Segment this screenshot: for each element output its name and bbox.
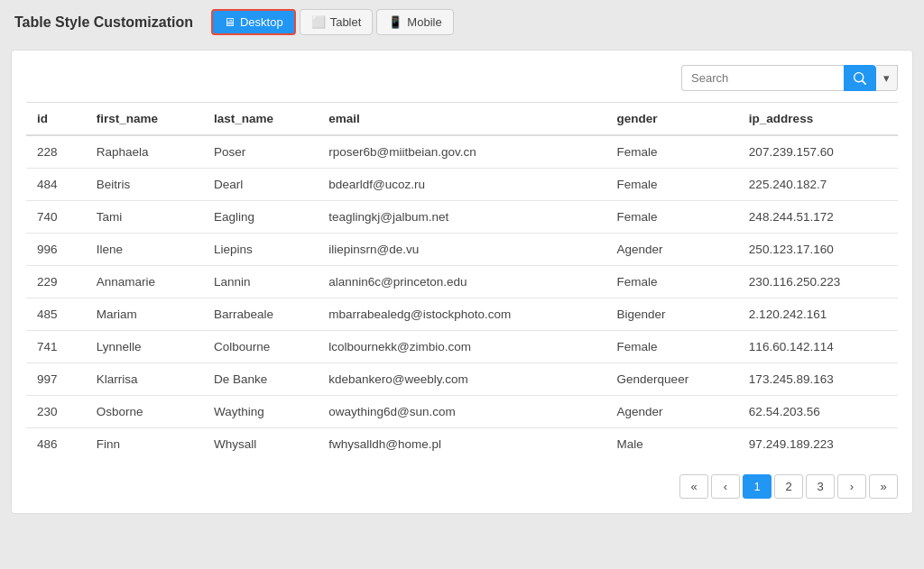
cell-ip_address: 97.249.189.223 — [738, 428, 898, 461]
cell-last_name: Whysall — [203, 428, 318, 461]
cell-id: 741 — [26, 331, 86, 363]
cell-id: 740 — [26, 201, 86, 234]
table-row: 740TamiEaglingteaglingkj@jalbum.netFemal… — [26, 201, 898, 234]
col-id: id — [26, 103, 86, 136]
view-btn-desktop[interactable]: 🖥 Desktop — [211, 9, 296, 35]
cell-id: 996 — [26, 234, 86, 266]
header-bar: Table Style Customization 🖥 Desktop ⬜ Ta… — [0, 0, 924, 44]
cell-first_name: Finn — [86, 428, 203, 461]
cell-email: bdearldf@ucoz.ru — [318, 169, 605, 201]
col-ip-address: ip_address — [738, 103, 898, 136]
cell-email: iliepinsrn@de.vu — [318, 234, 605, 266]
cell-id: 229 — [26, 266, 86, 298]
table-row: 997KlarrisaDe Bankekdebankero@weebly.com… — [26, 363, 898, 396]
search-button[interactable] — [844, 65, 876, 91]
pagination-last[interactable]: » — [869, 474, 898, 499]
cell-gender: Agender — [606, 234, 738, 266]
pagination: « ‹ 1 2 3 › » — [26, 474, 898, 499]
cell-ip_address: 250.123.17.160 — [738, 234, 898, 266]
pagination-prev[interactable]: ‹ — [711, 474, 740, 499]
cell-ip_address: 225.240.182.7 — [738, 169, 898, 201]
cell-id: 230 — [26, 396, 86, 428]
toolbar: ▾ — [26, 65, 898, 91]
cell-id: 485 — [26, 298, 86, 331]
cell-gender: Female — [606, 266, 738, 298]
cell-first_name: Mariam — [86, 298, 203, 331]
cell-first_name: Osborne — [86, 396, 203, 428]
dropdown-button[interactable]: ▾ — [876, 65, 898, 91]
tablet-label: Tablet — [330, 15, 362, 29]
cell-email: fwhysalldh@home.pl — [318, 428, 605, 461]
page-title: Table Style Customization — [14, 14, 193, 31]
search-group: ▾ — [681, 65, 898, 91]
desktop-icon: 🖥 — [224, 15, 236, 29]
col-first-name: first_name — [86, 103, 203, 136]
cell-email: kdebankero@weebly.com — [318, 363, 605, 396]
cell-ip_address: 2.120.242.161 — [738, 298, 898, 331]
cell-email: owaything6d@sun.com — [318, 396, 605, 428]
cell-email: rposer6b@miitbeian.gov.cn — [318, 135, 605, 169]
cell-last_name: Lannin — [203, 266, 318, 298]
view-buttons: 🖥 Desktop ⬜ Tablet 📱 Mobile — [211, 9, 454, 35]
cell-first_name: Klarrisa — [86, 363, 203, 396]
data-table: id first_name last_name email gender ip_… — [26, 102, 898, 460]
cell-first_name: Annamarie — [86, 266, 203, 298]
cell-first_name: Lynnelle — [86, 331, 203, 363]
pagination-next[interactable]: › — [837, 474, 866, 499]
cell-gender: Female — [606, 169, 738, 201]
pagination-page-2[interactable]: 2 — [774, 474, 803, 499]
table-row: 996IleneLiepinsiliepinsrn@de.vuAgender25… — [26, 234, 898, 266]
cell-ip_address: 173.245.89.163 — [738, 363, 898, 396]
cell-last_name: Colbourne — [203, 331, 318, 363]
cell-ip_address: 116.60.142.114 — [738, 331, 898, 363]
cell-gender: Female — [606, 201, 738, 234]
table-row: 486FinnWhysallfwhysalldh@home.plMale97.2… — [26, 428, 898, 461]
mobile-icon: 📱 — [388, 15, 402, 29]
table-header-row: id first_name last_name email gender ip_… — [26, 103, 898, 136]
cell-last_name: De Banke — [203, 363, 318, 396]
mobile-label: Mobile — [407, 15, 441, 29]
tablet-icon: ⬜ — [311, 15, 326, 29]
cell-last_name: Barrabeale — [203, 298, 318, 331]
cell-gender: Genderqueer — [606, 363, 738, 396]
main-container: ▾ id first_name last_name email gender i… — [11, 50, 913, 514]
table-row: 741LynnelleColbournelcolbournekk@zimbio.… — [26, 331, 898, 363]
table-row: 485MariamBarrabealembarrabealedg@istockp… — [26, 298, 898, 331]
cell-id: 486 — [26, 428, 86, 461]
table-row: 229AnnamarieLanninalannin6c@princeton.ed… — [26, 266, 898, 298]
search-input[interactable] — [681, 65, 844, 91]
cell-gender: Male — [606, 428, 738, 461]
cell-last_name: Waything — [203, 396, 318, 428]
cell-email: lcolbournekk@zimbio.com — [318, 331, 605, 363]
cell-id: 228 — [26, 135, 86, 169]
col-last-name: last_name — [203, 103, 318, 136]
cell-gender: Female — [606, 135, 738, 169]
cell-last_name: Poser — [203, 135, 318, 169]
cell-first_name: Beitris — [86, 169, 203, 201]
col-email: email — [318, 103, 605, 136]
pagination-first[interactable]: « — [679, 474, 708, 499]
cell-last_name: Liepins — [203, 234, 318, 266]
search-icon — [854, 72, 866, 85]
cell-last_name: Eagling — [203, 201, 318, 234]
cell-id: 484 — [26, 169, 86, 201]
cell-first_name: Tami — [86, 201, 203, 234]
cell-id: 997 — [26, 363, 86, 396]
cell-ip_address: 248.244.51.172 — [738, 201, 898, 234]
pagination-page-3[interactable]: 3 — [806, 474, 835, 499]
view-btn-tablet[interactable]: ⬜ Tablet — [300, 9, 374, 35]
cell-email: alannin6c@princeton.edu — [318, 266, 605, 298]
col-gender: gender — [606, 103, 738, 136]
table-row: 484BeitrisDearlbdearldf@ucoz.ruFemale225… — [26, 169, 898, 201]
cell-last_name: Dearl — [203, 169, 318, 201]
cell-first_name: Ilene — [86, 234, 203, 266]
table-row: 228RaphaelaPoserrposer6b@miitbeian.gov.c… — [26, 135, 898, 169]
desktop-label: Desktop — [240, 15, 283, 29]
cell-gender: Bigender — [606, 298, 738, 331]
chevron-down-icon: ▾ — [883, 71, 890, 85]
view-btn-mobile[interactable]: 📱 Mobile — [376, 9, 453, 35]
cell-gender: Female — [606, 331, 738, 363]
pagination-page-1[interactable]: 1 — [743, 474, 772, 499]
cell-ip_address: 207.239.157.60 — [738, 135, 898, 169]
cell-ip_address: 62.54.203.56 — [738, 396, 898, 428]
